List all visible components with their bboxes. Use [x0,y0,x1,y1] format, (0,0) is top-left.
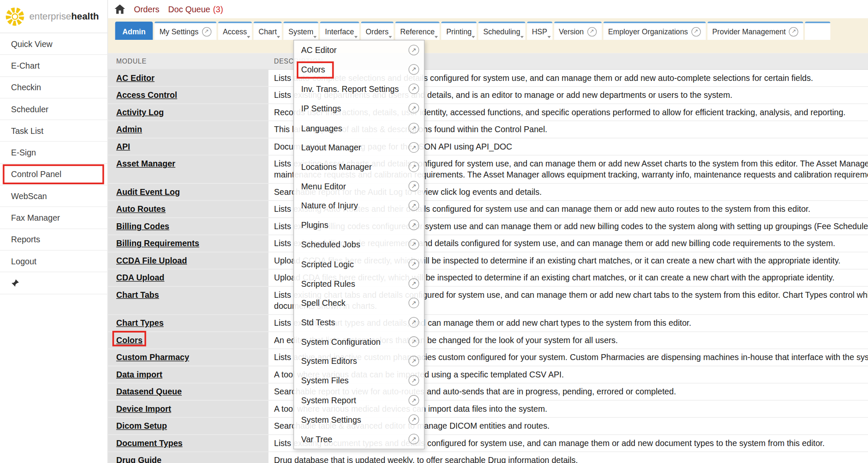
external-link-icon[interactable]: ↗ [409,356,419,366]
module-link[interactable]: Document Types [116,438,182,447]
module-link[interactable]: Custom Pharmacy [116,352,189,362]
external-link-icon[interactable]: ↗ [409,259,419,269]
external-link-icon[interactable]: ↗ [409,84,419,94]
tab[interactable]: My Settings ↗ [154,22,216,40]
external-link-icon[interactable]: ↗ [409,278,419,289]
tab[interactable]: Orders ↗ [361,22,393,40]
menu-item[interactable]: Menu Editor ↗ [294,177,424,196]
tab[interactable]: System ↗ [284,22,318,40]
menu-item[interactable]: Spell Check ↗ [294,293,424,313]
external-link-icon[interactable]: ↗ [409,161,419,172]
module-link[interactable]: Data import [116,369,162,379]
menu-item[interactable]: System Editors ↗ [294,352,424,371]
menu-item[interactable]: Locations Manager ↗ [294,157,424,177]
sidebar-item[interactable]: Scheduler [0,98,107,120]
module-link[interactable]: Dicom Setup [116,421,167,430]
sidebar-item[interactable]: E-Chart [0,55,107,77]
tab[interactable]: HSP ↗ [527,22,552,40]
sidebar-item[interactable]: Reports [0,229,107,250]
sidebar-item[interactable]: Logout [0,251,107,272]
tab[interactable]: Scheduling ↗ [478,22,525,40]
module-link[interactable]: CDA Upload [116,273,164,282]
module-link[interactable]: Audit Event Log [116,187,180,196]
module-link[interactable]: Device Import [116,404,171,413]
menu-item[interactable]: Nature of Injury ↗ [294,196,424,216]
tab[interactable]: Reference ↗ [395,22,440,40]
menu-item[interactable]: System Settings ↗ [294,410,424,429]
module-link[interactable]: Auto Routes [116,204,165,213]
module-link[interactable]: Drug Guide [116,455,161,463]
sidebar-item[interactable]: Checkin [0,77,107,98]
external-link-icon[interactable]: ↗ [409,375,419,386]
external-link-icon[interactable]: ↗ [409,298,419,308]
menu-item[interactable]: Scheduled Jobs ↗ [294,235,424,254]
sidebar-item[interactable]: E-Sign [0,142,107,164]
external-link-icon[interactable]: ↗ [409,220,419,230]
module-link[interactable]: Chart Tabs [116,290,159,299]
tab[interactable]: Chart ↗ [253,22,282,40]
external-link-icon[interactable]: ↗ [409,181,419,191]
module-link[interactable]: Colors [116,335,142,345]
menu-item[interactable]: System Configuration ↗ [294,332,424,352]
menu-item[interactable]: Scripted Logic ↗ [294,254,424,274]
tab[interactable]: Provider Management ↗ [707,22,804,40]
module-link[interactable]: Chart Types [116,318,164,327]
menu-item[interactable]: System Files ↗ [294,371,424,391]
external-link-icon[interactable]: ↗ [691,27,701,36]
tab[interactable]: Printing ↗ [441,22,476,40]
external-link-icon[interactable]: ↗ [409,336,419,347]
external-link-icon[interactable]: ↗ [409,142,419,152]
menu-item[interactable]: IP Settings ↗ [294,99,424,118]
external-link-icon[interactable]: ↗ [409,122,419,133]
external-link-icon[interactable]: ↗ [409,239,419,250]
menu-item[interactable]: Languages ↗ [294,118,424,138]
external-link-icon[interactable]: ↗ [409,64,419,75]
tab[interactable]: Interface ↗ [320,22,359,40]
menu-item[interactable]: System Report ↗ [294,391,424,410]
module-link[interactable]: Datasend Queue [116,387,182,396]
tab[interactable]: Version ↗ [554,22,601,40]
external-link-icon[interactable]: ↗ [587,27,596,36]
external-link-icon[interactable]: ↗ [409,395,419,405]
sidebar-item[interactable]: Control Panel [0,164,107,185]
tab[interactable]: Employer Organizations ↗ [603,22,706,40]
menu-item[interactable]: Inv. Trans. Report Settings ↗ [294,79,424,99]
external-link-icon[interactable]: ↗ [202,27,211,36]
sidebar-item[interactable]: Quick View [0,33,107,55]
menu-item[interactable]: AC Editor ↗ [294,40,424,60]
module-link[interactable]: API [116,141,130,151]
module-link[interactable]: CCDA File Upload [116,255,187,265]
sidebar-item[interactable]: WebScan [0,186,107,207]
external-link-icon[interactable]: ↗ [409,200,419,211]
module-link[interactable]: Admin [116,125,142,134]
module-link[interactable]: Access Control [116,90,177,100]
breadcrumb-doc-queue[interactable]: Doc Queue(3) [168,4,223,14]
menu-item[interactable]: Std Tests ↗ [294,313,424,332]
menu-item[interactable]: Layout Manager ↗ [294,138,424,157]
home-icon[interactable] [114,4,125,14]
module-cell: CCDA File Upload [108,252,269,269]
sidebar-item[interactable]: Task List [0,120,107,142]
breadcrumb-orders[interactable]: Orders [134,4,159,14]
external-link-icon[interactable]: ↗ [409,45,419,55]
pin-button[interactable] [0,272,107,294]
menu-item[interactable]: Var Tree ↗ [294,429,424,449]
module-link[interactable]: Billing Requirements [116,238,199,248]
external-link-icon[interactable]: ↗ [409,103,419,114]
module-link[interactable]: Activity Log [116,107,164,116]
menu-item[interactable]: Scripted Rules ↗ [294,274,424,293]
external-link-icon[interactable]: ↗ [409,434,419,444]
module-link[interactable]: Billing Codes [116,221,169,230]
tab-partial[interactable] [805,22,831,40]
menu-item[interactable]: Colors ↗ [294,60,424,79]
sidebar-item[interactable]: Fax Manager [0,207,107,229]
menu-item-label: AC Editor [301,45,337,55]
module-link[interactable]: AC Editor [116,73,154,82]
external-link-icon[interactable]: ↗ [409,414,419,425]
tab[interactable]: Access ↗ [218,22,252,40]
external-link-icon[interactable]: ↗ [789,27,798,36]
menu-item[interactable]: Plugins ↗ [294,215,424,235]
tab[interactable]: Admin ↗ [115,22,153,40]
module-link[interactable]: Asset Manager [116,159,175,168]
external-link-icon[interactable]: ↗ [409,317,419,327]
